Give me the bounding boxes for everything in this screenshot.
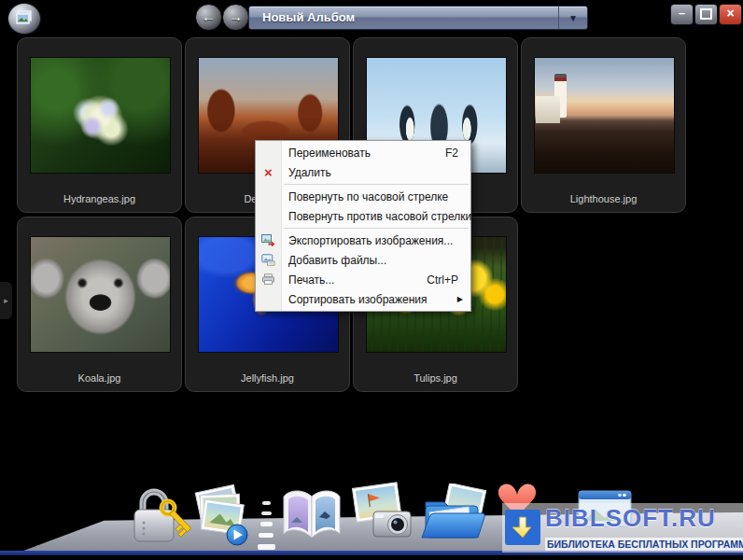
menu-item-label: Удалить — [281, 166, 331, 179]
print-icon — [256, 270, 281, 289]
photo-book-icon[interactable] — [276, 485, 347, 551]
download-arrow-icon — [505, 510, 540, 545]
back-arrow-icon: ← — [202, 8, 216, 24]
menu-item-rotate-ccw[interactable]: Повернуть против часовой стрелки — [256, 206, 470, 226]
blank-icon — [256, 143, 281, 162]
menu-item-label: Добавить файлы... — [281, 254, 386, 267]
add-files-icon — [256, 250, 281, 270]
context-menu: Переименовать F2 × Удалить Повернуть по … — [255, 140, 471, 312]
photo-filename: Hydrangeas.jpg — [18, 193, 181, 204]
close-icon: × — [726, 6, 734, 21]
app-window: ← → Новый Альбом ▼ – × Hydrangeas.jpg De… — [0, 0, 743, 560]
menu-item-label: Повернуть против часовой стрелки — [281, 210, 471, 223]
menu-shortcut: F2 — [445, 147, 470, 160]
menu-separator — [284, 184, 469, 185]
photo-card-hydrangeas[interactable]: Hydrangeas.jpg — [17, 37, 182, 213]
menu-shortcut: Ctrl+P — [427, 273, 470, 287]
photo-card-lighthouse[interactable]: Lighthouse.jpg — [521, 37, 686, 213]
menu-item-label: Переименовать — [281, 147, 371, 160]
photo-thumbnail — [534, 57, 675, 174]
menu-item-label: Повернуть по часовой стрелке — [281, 190, 448, 203]
side-panel-handle[interactable]: ▸ — [0, 282, 12, 319]
menu-item-rotate-cw[interactable]: Повернуть по часовой стрелке — [256, 187, 470, 206]
back-button[interactable]: ← — [195, 4, 222, 31]
maximize-icon — [700, 8, 712, 20]
submenu-arrow-icon: ▶ — [457, 295, 470, 303]
album-selector-dropdown[interactable]: Новый Альбом ▼ — [248, 6, 588, 30]
maximize-button[interactable] — [694, 4, 718, 25]
album-selector-value: Новый Альбом — [262, 7, 355, 28]
chevron-down-icon[interactable]: ▼ — [558, 7, 587, 29]
photo-thumbnail — [30, 57, 171, 174]
blank-icon — [256, 206, 281, 226]
photo-filename: Tulips.jpg — [354, 372, 517, 384]
menu-item-delete[interactable]: × Удалить — [256, 162, 470, 182]
menu-item-add-files[interactable]: Добавить файлы... — [256, 250, 470, 270]
delete-icon: × — [256, 162, 281, 182]
app-menu-button[interactable] — [7, 3, 41, 35]
photo-filename: Lighthouse.jpg — [522, 193, 685, 204]
camera-import-icon[interactable] — [349, 482, 414, 549]
menu-item-label: Экспортировать изображения... — [281, 234, 453, 247]
menu-separator — [284, 228, 469, 229]
blank-icon — [256, 289, 281, 309]
menu-item-print[interactable]: Печать... Ctrl+P — [256, 270, 470, 289]
lock-key-icon[interactable] — [127, 482, 192, 553]
minimize-button[interactable]: – — [670, 4, 694, 25]
slideshow-icon[interactable] — [191, 483, 255, 553]
chevron-right-icon: ▸ — [4, 296, 8, 305]
photo-card-koala[interactable]: Koala.jpg — [17, 217, 182, 392]
menu-item-label: Печать... — [281, 273, 334, 287]
menu-item-sort-images[interactable]: Сортировать изображения ▶ — [256, 289, 470, 309]
photo-app-icon — [16, 10, 33, 28]
menu-item-label: Сортировать изображения — [281, 293, 428, 306]
close-button[interactable]: × — [719, 4, 742, 25]
watermark-subtitle: БИБЛИОТЕКА БЕСПЛАТНЫХ ПРОГРАММ — [545, 538, 743, 551]
photo-folder-icon[interactable] — [418, 483, 493, 549]
photo-filename: Koala.jpg — [18, 372, 181, 384]
blank-icon — [256, 187, 281, 206]
watermark: BIBLSOFT.RU БИБЛИОТЕКА БЕСПЛАТНЫХ ПРОГРА… — [502, 503, 743, 553]
menu-item-export-images[interactable]: Экспортировать изображения... — [256, 231, 470, 250]
photo-thumbnail — [30, 236, 171, 353]
export-image-icon — [256, 231, 281, 250]
forward-arrow-icon: → — [229, 8, 243, 24]
minimize-icon: – — [679, 6, 685, 20]
dock-divider-dashes — [254, 501, 278, 550]
forward-button[interactable]: → — [222, 4, 249, 31]
menu-item-rename[interactable]: Переименовать F2 — [256, 143, 470, 162]
photo-filename: Jellyfish.jpg — [186, 372, 349, 384]
watermark-title: BIBLSOFT.RU — [545, 504, 716, 533]
